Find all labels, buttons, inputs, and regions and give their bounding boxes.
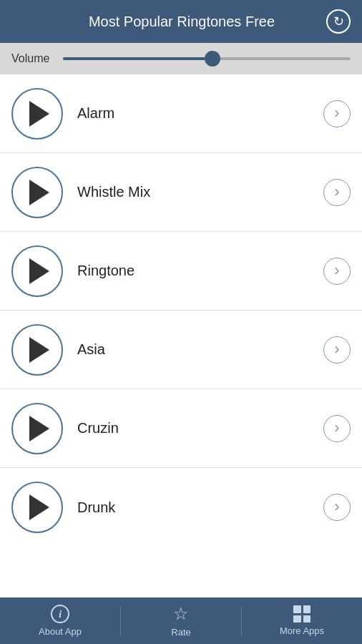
nav-about-app[interactable]: i About App (0, 597, 120, 644)
ringtone-name: Drunk (63, 499, 323, 516)
play-button[interactable] (11, 167, 63, 218)
play-icon (29, 258, 49, 284)
ringtone-list: Alarm Whistle Mix Ringtone Asia Cruz (0, 74, 362, 597)
detail-button[interactable] (323, 258, 351, 285)
app-header: Most Popular Ringtones Free (0, 0, 362, 43)
ringtone-name: Alarm (63, 105, 323, 122)
volume-slider-thumb[interactable] (205, 51, 220, 67)
star-icon: ☆ (173, 604, 189, 624)
play-icon (29, 337, 49, 363)
detail-button[interactable] (323, 415, 351, 442)
list-item: Drunk (0, 468, 362, 547)
grid-icon (293, 605, 310, 623)
nav-rate[interactable]: ☆ Rate (121, 597, 241, 644)
info-icon: i (51, 605, 69, 623)
volume-slider[interactable] (63, 57, 351, 60)
ringtone-name: Cruzin (63, 420, 323, 436)
list-item: Alarm (0, 74, 362, 153)
play-icon (29, 180, 49, 205)
list-item: Ringtone (0, 232, 362, 311)
play-button[interactable] (11, 482, 63, 533)
more-apps-label: More Apps (280, 625, 324, 636)
play-icon (29, 416, 49, 441)
nav-more-apps[interactable]: More Apps (242, 597, 362, 644)
detail-button[interactable] (323, 494, 351, 521)
app-title: Most Popular Ringtones Free (37, 14, 326, 30)
detail-button[interactable] (323, 336, 351, 364)
rate-label: Rate (171, 627, 190, 638)
list-item: Whistle Mix (0, 153, 362, 232)
detail-button[interactable] (323, 100, 351, 127)
play-button[interactable] (11, 324, 63, 376)
bottom-nav: i About App ☆ Rate More Apps (0, 597, 362, 644)
play-button[interactable] (11, 245, 63, 297)
play-icon (29, 494, 49, 520)
volume-bar: Volume (0, 43, 362, 74)
refresh-icon[interactable] (326, 9, 351, 34)
play-button[interactable] (11, 88, 63, 140)
ringtone-name: Asia (63, 341, 323, 358)
volume-label: Volume (11, 52, 54, 65)
detail-button[interactable] (323, 179, 351, 206)
ringtone-name: Whistle Mix (63, 184, 323, 200)
play-icon (29, 101, 49, 127)
list-item: Asia (0, 311, 362, 389)
volume-slider-fill (63, 57, 212, 60)
list-item: Cruzin (0, 389, 362, 468)
ringtone-name: Ringtone (63, 263, 323, 279)
play-button[interactable] (11, 403, 63, 454)
about-app-label: About App (39, 626, 82, 637)
